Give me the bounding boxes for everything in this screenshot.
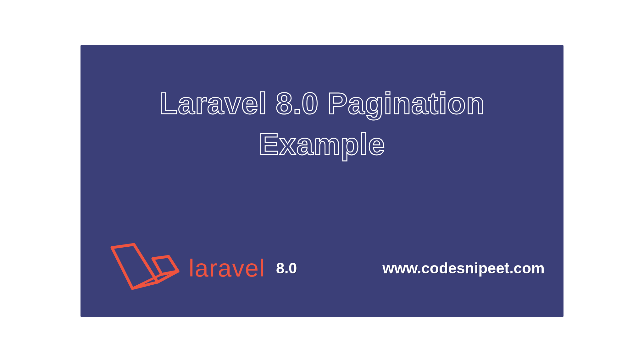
website-url: www.codesnipeet.com xyxy=(382,260,545,277)
main-title: Laravel 8.0 Pagination Example xyxy=(80,83,564,164)
promo-banner: Laravel 8.0 Pagination Example laravel 8… xyxy=(80,45,564,317)
laravel-wordmark: laravel xyxy=(189,254,265,282)
title-line-1: Laravel 8.0 Pagination xyxy=(159,86,485,120)
version-label: 8.0 xyxy=(276,260,297,277)
footer-row: laravel 8.0 www.codesnipeet.com xyxy=(106,241,545,295)
title-line-2: Example xyxy=(259,127,385,161)
laravel-logo-icon xyxy=(106,241,181,295)
logo-group: laravel 8.0 xyxy=(106,241,297,295)
